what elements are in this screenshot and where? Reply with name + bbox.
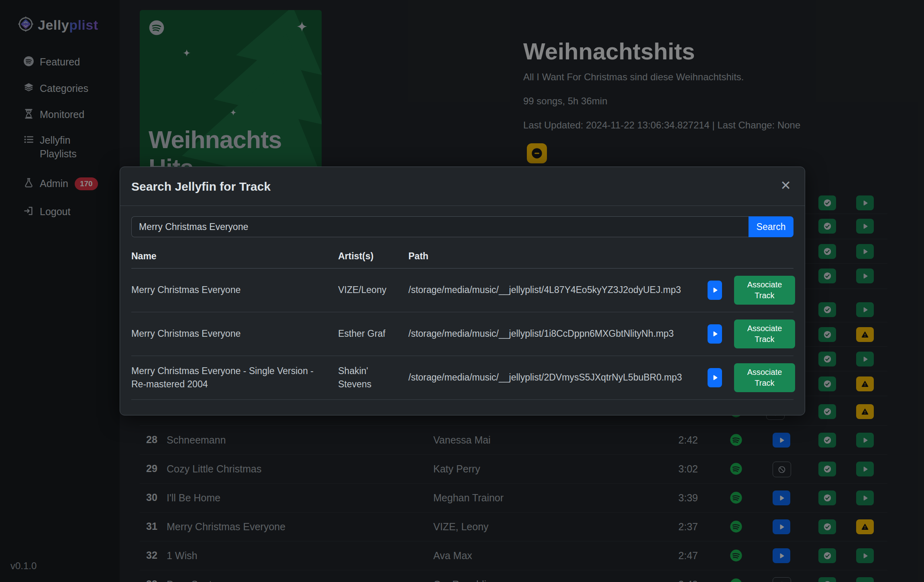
result-actions: Associate Track (708, 276, 795, 305)
result-path: /storage/media/music/__jellyplist/1i8CcD… (408, 327, 708, 340)
results-column-header: Name (131, 251, 338, 262)
result-play-button[interactable] (708, 368, 722, 387)
results-rows: Merry Christmas Everyone VIZE/Leony /sto… (131, 269, 793, 400)
results-column-header: Artist(s) (338, 251, 408, 262)
search-result-row: Merry Christmas Everyone - Single Versio… (131, 356, 793, 400)
modal-header: Search Jellyfin for Track ✕ (120, 167, 805, 206)
result-name: Merry Christmas Everyone (131, 283, 338, 297)
result-artists: Esther Graf (338, 327, 408, 340)
modal-body: Search NameArtist(s)Path Merry Christmas… (120, 206, 805, 400)
result-actions: Associate Track (708, 363, 795, 392)
result-actions: Associate Track (708, 319, 795, 348)
search-results-table: NameArtist(s)Path Merry Christmas Everyo… (131, 251, 793, 400)
close-icon[interactable]: ✕ (780, 179, 791, 192)
search-jellyfin-modal: Search Jellyfin for Track ✕ Search NameA… (120, 167, 805, 415)
search-result-row: Merry Christmas Everyone Esther Graf /st… (131, 312, 793, 356)
result-play-button[interactable] (708, 324, 722, 344)
result-artists: Shakin' Stevens (338, 364, 408, 391)
result-name: Merry Christmas Everyone - Single Versio… (131, 364, 338, 391)
search-button[interactable]: Search (749, 216, 793, 237)
result-path: /storage/media/music/__jellyplist/2DVmys… (408, 371, 708, 384)
result-path: /storage/media/music/__jellyplist/4L87Y4… (408, 283, 708, 297)
search-result-row: Merry Christmas Everyone VIZE/Leony /sto… (131, 269, 793, 312)
results-column-header: Path (408, 251, 708, 262)
associate-track-button[interactable]: Associate Track (734, 276, 795, 305)
app-window: Jellyplist Featured Categories Monitored… (0, 0, 924, 582)
result-name: Merry Christmas Everyone (131, 327, 338, 340)
modal-title: Search Jellyfin for Track (131, 180, 271, 193)
associate-track-button[interactable]: Associate Track (734, 319, 795, 348)
search-group: Search (131, 216, 793, 237)
results-header-row: NameArtist(s)Path (131, 251, 793, 269)
result-artists: VIZE/Leony (338, 283, 408, 297)
track-search-input[interactable] (131, 216, 749, 237)
associate-track-button[interactable]: Associate Track (734, 363, 795, 392)
result-play-button[interactable] (708, 281, 722, 300)
